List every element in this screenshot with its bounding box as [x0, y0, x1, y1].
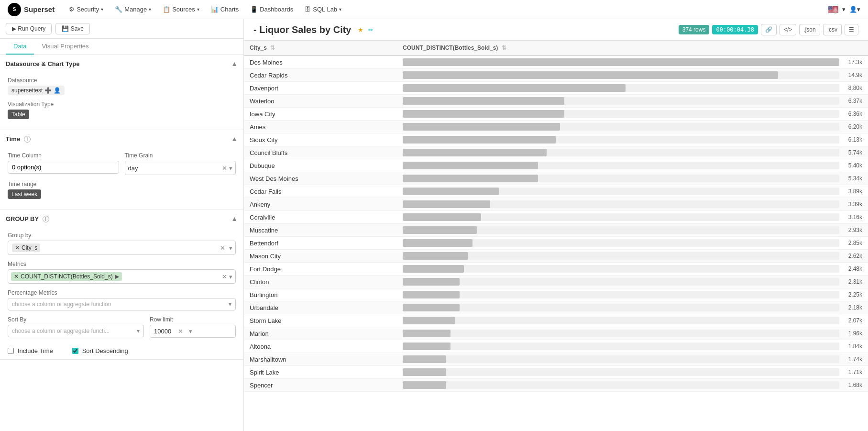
tab-visual-properties[interactable]: Visual Properties — [34, 39, 96, 55]
table-header-city[interactable]: City_s ⇅ — [244, 41, 397, 55]
nav-dashboards[interactable]: 📱 Dashboards — [245, 0, 298, 19]
sort-descending-checkbox[interactable] — [72, 348, 78, 354]
row-limit-control[interactable]: 10000 ✕ ▾ — [150, 325, 236, 338]
group-by-tag-remove[interactable]: ✕ — [15, 244, 20, 251]
group-by-field: Group by ✕ City_s ✕ ▾ — [8, 232, 236, 255]
edit-icon[interactable]: ✏ — [368, 26, 374, 33]
save-button[interactable]: 💾 Save — [55, 23, 90, 34]
nav-security[interactable]: ⚙ Security ▾ — [64, 0, 108, 19]
time-column-select[interactable]: 0 option(s) — [8, 161, 119, 174]
dropdown-icon[interactable]: ▾ — [229, 244, 232, 252]
sort-row: Sort By choose a column or aggregate fun… — [8, 316, 236, 343]
clear-icon[interactable]: ✕ — [220, 244, 225, 252]
pct-metrics-input[interactable]: choose a column or aggregate function ▾ — [8, 298, 236, 310]
brand-logo[interactable]: S Superset — [8, 3, 55, 16]
group-by-input[interactable]: ✕ City_s ✕ ▾ — [8, 241, 236, 255]
dashboards-icon: 📱 — [250, 6, 258, 13]
user-datasource-icon[interactable]: 👤 — [54, 87, 61, 94]
metrics-tag-remove[interactable]: ✕ — [14, 273, 19, 280]
bar-background — [403, 97, 839, 105]
bar-fill — [403, 226, 477, 234]
code-button[interactable]: </> — [780, 24, 796, 35]
sort-icon[interactable]: ⇅ — [502, 44, 506, 51]
bar-fill — [403, 84, 626, 92]
time-section: Time i ▲ Time Column 0 option(s) — [0, 130, 243, 210]
bar-fill — [403, 149, 547, 156]
city-cell: Ankeny — [244, 198, 397, 211]
user-icon[interactable]: 👤▾ — [849, 6, 860, 13]
nav-sources[interactable]: 📋 Sources ▾ — [158, 0, 204, 19]
chevron-down-icon[interactable]: ▾ — [137, 328, 140, 334]
datasource-section-header[interactable]: Datasource & Chart Type ▲ — [0, 55, 243, 72]
city-cell: Ames — [244, 121, 397, 133]
add-datasource-icon[interactable]: ➕ — [44, 87, 52, 94]
rows-badge: 374 rows — [679, 25, 710, 34]
include-time-checkbox[interactable] — [8, 348, 14, 354]
csv-button[interactable]: .csv — [823, 24, 842, 35]
count-value: 2.85k — [843, 240, 862, 246]
table-row: Waterloo 6.37k — [244, 95, 868, 108]
count-value: 2.62k — [843, 253, 862, 259]
time-range-badge[interactable]: Last week — [8, 189, 41, 199]
right-panel: - Liquor Sales by City ★ ✏ 374 rows 00:0… — [244, 19, 868, 431]
json-button[interactable]: .json — [799, 24, 820, 35]
sort-descending-label: Sort Descending — [82, 347, 128, 354]
city-cell: Davenport — [244, 82, 397, 95]
bar-background — [403, 291, 839, 298]
sort-icon[interactable]: ⇅ — [270, 44, 275, 51]
count-cell: 6.13k — [397, 133, 868, 146]
bar-fill — [403, 239, 472, 247]
count-cell: 1.96k — [397, 327, 868, 340]
nav-sqllab[interactable]: 🗄 SQL Lab ▾ — [300, 0, 346, 19]
count-value: 6.20k — [843, 123, 862, 130]
time-section-header[interactable]: Time i ▲ — [0, 130, 243, 147]
bar-background — [403, 355, 839, 363]
city-cell: Storm Lake — [244, 314, 397, 327]
bar-background — [403, 149, 839, 156]
clear-time-grain-icon[interactable]: ✕ — [222, 165, 227, 172]
bar-fill — [403, 304, 460, 311]
metrics-input[interactable]: ✕ COUNT_DISTINCT(Bottles_Sold_s) ▶ ✕ ▾ — [8, 269, 236, 284]
data-table: City_s ⇅ COUNT_DISTINCT(Bottles_Sold_s) … — [244, 41, 868, 392]
nav-charts[interactable]: 📊 Charts — [206, 0, 243, 19]
count-value: 2.93k — [843, 227, 862, 233]
tab-data[interactable]: Data — [6, 39, 34, 55]
time-grain-field: Time Grain day ✕ ▾ — [125, 152, 236, 175]
top-navigation: S Superset ⚙ Security ▾ 🔧 Manage ▾ 📋 Sou… — [0, 0, 868, 19]
bar-fill — [403, 188, 499, 195]
city-cell: Fort Dodge — [244, 263, 397, 276]
time-range-field: Time range Last week — [8, 181, 236, 199]
chevron-down-icon: ▾ — [101, 7, 103, 12]
bar-fill — [403, 355, 446, 363]
group-by-section-header[interactable]: GROUP BY i ▲ — [0, 210, 243, 227]
chart-header: - Liquor Sales by City ★ ✏ 374 rows 00:0… — [244, 19, 868, 41]
bar-background — [403, 58, 839, 66]
viz-type-badge[interactable]: Table — [8, 110, 29, 119]
clear-metrics-icon[interactable]: ✕ — [222, 273, 227, 280]
count-cell: 6.36k — [397, 108, 868, 121]
chevron-down-icon[interactable]: ✕ ▾ — [220, 244, 232, 252]
metrics-dropdown-icon[interactable]: ▾ — [229, 273, 232, 280]
city-cell: Burlington — [244, 288, 397, 301]
metrics-tag-arrow[interactable]: ▶ — [115, 273, 119, 280]
count-value: 1.96k — [843, 330, 862, 337]
table-header-count[interactable]: COUNT_DISTINCT(Bottles_Sold_s) ⇅ — [397, 41, 868, 55]
table-row: Bettendorf 2.85k — [244, 237, 868, 250]
chevron-down-icon[interactable]: ▾ — [842, 6, 846, 13]
city-cell: Cedar Falls — [244, 185, 397, 198]
bar-background — [403, 213, 839, 221]
menu-button[interactable]: ☰ — [845, 24, 858, 35]
chevron-down-icon[interactable]: ▾ — [186, 328, 195, 335]
chevron-down-icon[interactable]: ▾ — [229, 301, 231, 308]
count-value: 3.39k — [843, 201, 862, 208]
bar-background — [403, 226, 839, 234]
link-button[interactable]: 🔗 — [761, 24, 777, 35]
time-grain-select[interactable]: day ✕ ▾ — [125, 161, 236, 175]
run-query-button[interactable]: ▶ Run Query — [6, 23, 52, 34]
nav-manage[interactable]: 🔧 Manage ▾ — [110, 0, 156, 19]
star-icon[interactable]: ★ — [358, 26, 363, 33]
sort-by-input[interactable]: choose a column or aggregate functi... ▾ — [8, 325, 144, 337]
clear-row-limit-icon[interactable]: ✕ — [175, 328, 186, 335]
bar-background — [403, 110, 839, 118]
chevron-down-icon[interactable]: ▾ — [229, 165, 232, 172]
